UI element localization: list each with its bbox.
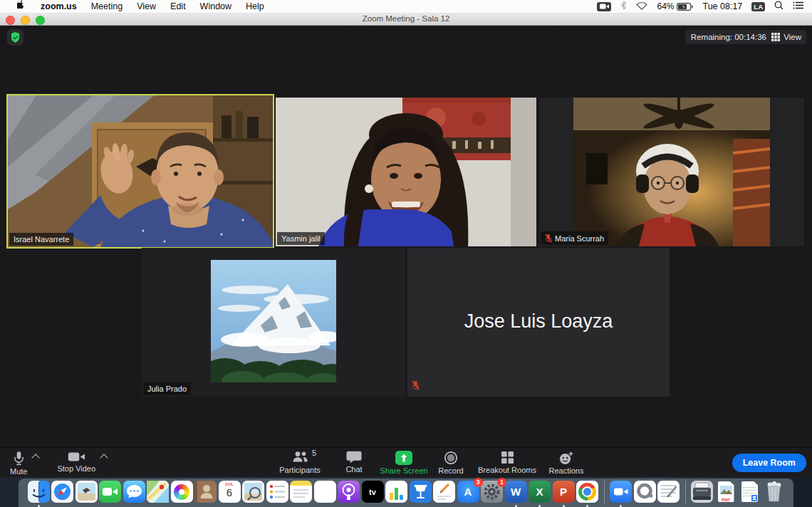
- muted-mic-icon: [412, 380, 420, 393]
- dock-excel-icon[interactable]: X: [529, 481, 551, 503]
- dock-maps-icon[interactable]: [147, 481, 169, 503]
- dock-music-icon[interactable]: ♪: [314, 481, 336, 503]
- dock-keynote-icon[interactable]: [410, 481, 432, 503]
- video-tile-maria-scurrah[interactable]: Maria Scurrah: [539, 98, 804, 246]
- menu-edit[interactable]: Edit: [163, 1, 193, 11]
- reactions-label: Reactions: [549, 466, 584, 475]
- reactions-smiley-icon: [558, 451, 574, 465]
- breakout-rooms-icon: [501, 451, 514, 464]
- menu-clock[interactable]: Tue 08:17: [702, 1, 742, 11]
- dock-powerpoint-icon[interactable]: P: [553, 481, 575, 503]
- zoom-camera-status-icon[interactable]: [597, 2, 611, 11]
- dock-system-preferences-icon[interactable]: 1: [481, 481, 503, 503]
- dock-zoom-icon[interactable]: [610, 481, 632, 503]
- leave-room-button[interactable]: Leave Room: [732, 454, 806, 472]
- dock-quicktime-icon[interactable]: [634, 481, 656, 503]
- dock-calendar-icon[interactable]: JUL 6: [219, 481, 241, 503]
- dock-app-store-icon[interactable]: A 3: [457, 481, 479, 503]
- participant-name: Yasmin jalil: [281, 234, 321, 243]
- stop-video-button[interactable]: Stop Video: [57, 448, 95, 478]
- dock-facetime-icon[interactable]: [99, 481, 121, 503]
- dock-printer-icon[interactable]: [691, 481, 713, 503]
- dock-apple-tv-icon[interactable]: tv: [362, 481, 384, 503]
- participant-name: Maria Scurrah: [555, 234, 604, 243]
- dock-spreadsheet-document-icon[interactable]: [739, 481, 761, 503]
- mountain-photo: [211, 260, 336, 382]
- dock-reminders-icon[interactable]: [266, 481, 288, 503]
- share-screen-icon: [395, 451, 412, 465]
- record-button[interactable]: Record: [429, 448, 473, 478]
- video-tile-yasmin-jalil[interactable]: Yasmin jalil: [276, 98, 536, 246]
- toolbar-left-group: Mute Stop Video: [10, 448, 107, 478]
- dock-photo-viewer-icon[interactable]: [76, 481, 98, 503]
- pdf-label: PDF: [715, 498, 737, 502]
- bluetooth-icon[interactable]: [620, 1, 627, 12]
- menu-meeting[interactable]: Meeting: [84, 1, 130, 11]
- participant-name: Julia Prado: [147, 385, 187, 393]
- dock-numbers-icon[interactable]: [385, 481, 407, 503]
- participants-button[interactable]: 5 Participants: [271, 448, 329, 478]
- participant-name-centered: Jose Luis Loayza: [407, 310, 670, 333]
- menu-zoom-us[interactable]: zoom.us: [33, 1, 84, 11]
- video-tile-jose-luis-loayza[interactable]: Jose Luis Loayza: [407, 248, 670, 397]
- dock-messages-icon[interactable]: [123, 481, 145, 503]
- dock-word-icon[interactable]: W: [505, 481, 527, 503]
- battery-status[interactable]: 64%: [657, 1, 693, 11]
- mute-button[interactable]: Mute: [10, 448, 27, 478]
- bar-glyph: [390, 493, 393, 500]
- breakout-rooms-label: Breakout Rooms: [478, 466, 536, 474]
- view-button[interactable]: View: [766, 30, 806, 44]
- menu-help[interactable]: Help: [239, 1, 271, 11]
- shield-check-icon: [10, 31, 21, 43]
- dock-chrome-icon[interactable]: [576, 481, 598, 503]
- mute-options-chevron-icon[interactable]: [32, 454, 40, 461]
- apple-menu-icon[interactable]: [10, 0, 33, 13]
- bar-glyph: [395, 488, 398, 500]
- list-glyph-icon: [793, 1, 803, 9]
- dock-preview-icon[interactable]: [242, 481, 264, 503]
- record-label: Record: [438, 466, 463, 475]
- dock-podcasts-icon[interactable]: [338, 481, 360, 503]
- input-source-badge[interactable]: LA: [751, 2, 765, 11]
- israel-video-feed: [8, 95, 273, 247]
- name-label-maria: Maria Scurrah: [541, 231, 608, 245]
- name-label-julia: Julia Prado: [143, 382, 191, 395]
- video-tile-israel-navarrete[interactable]: Israel Navarrete: [6, 94, 274, 249]
- participants-icon-wrapper: 5: [291, 451, 308, 464]
- menu-window[interactable]: Window: [193, 1, 239, 11]
- dock-safari-icon[interactable]: [51, 481, 73, 503]
- notification-center-icon[interactable]: [793, 1, 803, 11]
- dock-textedit-icon[interactable]: [657, 481, 680, 503]
- participants-label: Participants: [279, 466, 320, 474]
- screen: zoom.us Meeting View Edit Window Help 64…: [0, 0, 812, 507]
- chat-button[interactable]: Chat: [329, 448, 379, 478]
- remaining-time-badge: Remaining: 00:14:36: [685, 30, 772, 44]
- spotlight-search-icon[interactable]: [774, 1, 784, 12]
- name-label-israel: Israel Navarrete: [9, 233, 73, 246]
- menu-view[interactable]: View: [130, 1, 163, 11]
- reactions-button[interactable]: Reactions: [541, 448, 591, 478]
- dock-pdf-document-icon[interactable]: PDF: [715, 481, 737, 503]
- dock-finder-icon[interactable]: [28, 481, 50, 503]
- video-options-chevron-icon[interactable]: [100, 454, 108, 461]
- video-tile-julia-prado[interactable]: Julia Prado: [142, 248, 405, 397]
- wifi-icon[interactable]: [636, 1, 647, 12]
- dock-photos-icon[interactable]: [171, 481, 193, 503]
- video-camera-icon: [68, 451, 85, 463]
- meeting-stage: Remaining: 00:14:36 View: [0, 26, 812, 447]
- desktop-strip: JUL 6 ♪ tv: [0, 477, 812, 507]
- window-title-bar[interactable]: Zoom Meeting - Sala 12: [0, 14, 812, 26]
- dock-trash-icon[interactable]: [763, 481, 785, 503]
- stop-video-combo: Stop Video: [57, 448, 107, 478]
- powerpoint-glyph: P: [553, 481, 575, 503]
- share-screen-label: Share Screen: [380, 466, 427, 475]
- menu-bar-status-area: 64% Tue 08:17 LA: [597, 1, 812, 12]
- dock-notes-icon[interactable]: [290, 481, 312, 503]
- meeting-security-button[interactable]: [7, 29, 24, 46]
- dock-separator: [685, 481, 686, 504]
- breakout-rooms-button[interactable]: Breakout Rooms: [473, 448, 541, 478]
- dock: JUL 6 ♪ tv: [19, 479, 793, 507]
- share-screen-button[interactable]: Share Screen: [379, 448, 429, 478]
- dock-contacts-icon[interactable]: [194, 481, 217, 503]
- dock-pages-icon[interactable]: [433, 481, 455, 503]
